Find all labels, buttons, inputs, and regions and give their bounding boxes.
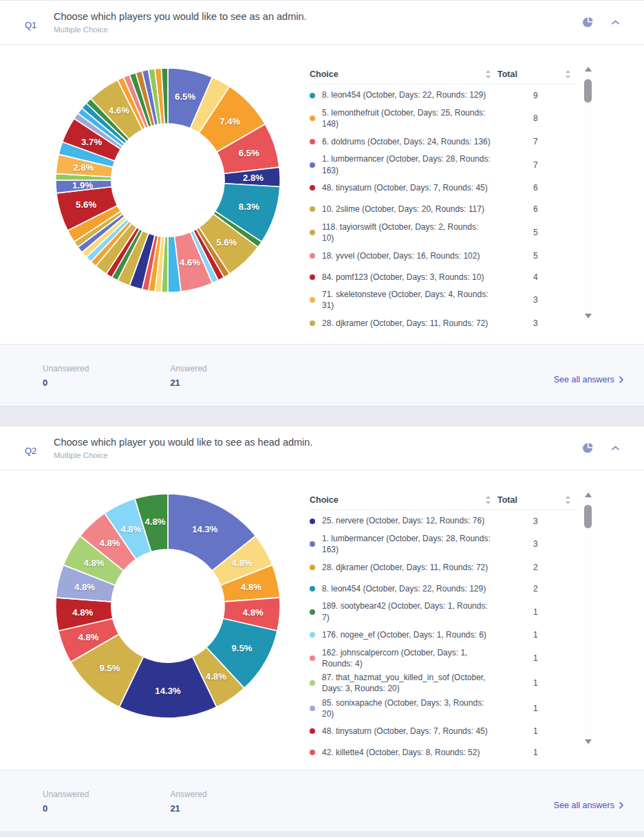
- total-value: 6: [497, 183, 577, 193]
- slice-percent-label: 4.8%: [145, 517, 166, 527]
- table-row: 1. lumbermancer (October, Days: 28, Roun…: [310, 532, 577, 556]
- choice-cell: 176. nogee_ef (October, Days: 1, Rounds:…: [310, 629, 497, 640]
- question-header-icons: [582, 17, 625, 28]
- table-row: 71. skeletonsteve (October, Days: 4, Rou…: [310, 287, 577, 312]
- chevron-right-icon: [619, 376, 623, 383]
- see-all-answers-link[interactable]: See all answers: [554, 375, 623, 384]
- total-value: 7: [497, 137, 577, 146]
- scroll-down-arrow[interactable]: [585, 739, 592, 744]
- collapse-chevron-up-icon[interactable]: [612, 20, 619, 25]
- table-row: 162. johnscalpercorn (October, Days: 1, …: [310, 646, 577, 671]
- answers-table-area: Choice Total 8. leon454 (October, Days: …: [310, 45, 644, 334]
- unanswered-value: 0: [43, 378, 89, 388]
- question-body: 14.3%4.8%4.8%4.8%9.5%4.8%14.3%9.5%4.8%4.…: [0, 470, 644, 770]
- choice-color-dot: [310, 116, 315, 121]
- see-all-answers-link[interactable]: See all answers: [554, 801, 623, 810]
- choice-cell: 6. doldrums (October, Days: 24, Rounds: …: [310, 136, 497, 147]
- slice-percent-label: 4.6%: [180, 257, 200, 268]
- table-row: 1. lumbermancer (October, Days: 28, Roun…: [310, 152, 577, 177]
- choice-label: 1. lumbermancer (October, Days: 28, Roun…: [322, 533, 492, 555]
- table-row: 48. tinysaturn (October, Days: 7, Rounds…: [310, 721, 577, 742]
- sort-total-icon[interactable]: [566, 70, 570, 78]
- slice-percent-label: 9.5%: [100, 663, 120, 673]
- total-value: 1: [497, 704, 577, 713]
- choice-color-dot: [310, 93, 315, 98]
- collapse-chevron-up-icon[interactable]: [612, 446, 619, 450]
- choice-color-dot: [310, 162, 315, 168]
- scroll-thumb[interactable]: [584, 505, 592, 528]
- total-header-label: Total: [497, 495, 517, 505]
- table-scrollbar[interactable]: [583, 64, 593, 321]
- choice-color-dot: [310, 565, 315, 570]
- question-title-wrap: Choose which player you would like to se…: [54, 437, 582, 459]
- choice-label: 48. tinysaturn (October, Days: 7, Rounds…: [322, 182, 488, 193]
- total-value: 4: [497, 272, 577, 282]
- choice-cell: 1. lumbermancer (October, Days: 28, Roun…: [310, 153, 497, 175]
- table-body: 8. leon454 (October, Days: 22, Rounds: 1…: [310, 85, 577, 334]
- scroll-down-arrow[interactable]: [585, 314, 592, 318]
- sort-choice-icon[interactable]: [486, 70, 491, 78]
- total-value: 5: [497, 251, 577, 261]
- choice-label: 48. tinysaturn (October, Days: 7, Rounds…: [322, 726, 488, 737]
- question-footer: Unanswered 0 Answered 21 See all answers: [0, 344, 644, 406]
- table-header-row: Choice Total: [310, 490, 577, 510]
- scroll-thumb[interactable]: [584, 79, 592, 102]
- pie-chart-icon[interactable]: [582, 17, 594, 28]
- donut-chart[interactable]: 6.5%7.4%6.5%2.8%8.3%5.6%4.6%5.6%1.9%2.8%…: [50, 63, 286, 298]
- slice-percent-label: 4.8%: [206, 671, 226, 682]
- choice-color-dot: [310, 586, 315, 591]
- total-value: 9: [497, 91, 577, 100]
- choice-color-dot: [310, 297, 315, 303]
- question-header: Q1 Choose which players you would like t…: [0, 1, 644, 45]
- choice-label: 18. yvvel (October, Days: 16, Rounds: 10…: [322, 250, 480, 261]
- choice-label: 189. sootybear42 (October, Days: 1, Roun…: [322, 600, 492, 622]
- question-title: Choose which players you would like to s…: [54, 11, 582, 22]
- choice-cell: 28. djkramer (October, Days: 11, Rounds:…: [310, 562, 497, 573]
- scroll-up-arrow[interactable]: [585, 67, 592, 72]
- question-header-icons: [582, 442, 625, 454]
- answered-value: 21: [170, 803, 206, 814]
- choice-label: 8. leon454 (October, Days: 22, Rounds: 1…: [322, 583, 486, 594]
- slice-percent-label: 4.8%: [243, 607, 264, 618]
- answered-stat: Answered 21: [170, 364, 206, 388]
- total-value: 3: [497, 517, 577, 526]
- table-row: 10. 2slime (October, Days: 20, Rounds: 1…: [310, 199, 577, 220]
- sort-choice-icon[interactable]: [486, 496, 491, 504]
- choice-color-dot: [310, 185, 315, 191]
- choice-color-dot: [310, 139, 315, 144]
- table-header-row: Choice Total: [310, 64, 577, 85]
- slice-percent-label: 9.5%: [231, 643, 252, 653]
- choice-color-dot: [310, 750, 315, 755]
- choice-header-label: Choice: [310, 69, 339, 79]
- question-header: Q2 Choose which player you would like to…: [0, 426, 644, 470]
- total-column-header: Total: [497, 69, 577, 79]
- sort-total-icon[interactable]: [566, 496, 570, 504]
- choice-cell: 1. lumbermancer (October, Days: 28, Roun…: [310, 533, 497, 555]
- table-row: 87. that_hazmat_you_killed_in_sof (Octob…: [310, 671, 577, 695]
- donut-chart-area: 14.3%4.8%4.8%4.8%9.5%4.8%14.3%9.5%4.8%4.…: [0, 470, 310, 724]
- choice-label: 28. djkramer (October, Days: 11, Rounds:…: [322, 318, 488, 329]
- answers-table: Choice Total 25. nervere (October, Days:…: [310, 490, 577, 763]
- choice-label: 5. lemonthefruit (October, Days: 25, Rou…: [322, 107, 492, 129]
- answered-label: Answered: [170, 790, 206, 799]
- donut-chart-area: 6.5%7.4%6.5%2.8%8.3%5.6%4.6%5.6%1.9%2.8%…: [0, 45, 310, 298]
- choice-cell: 18. yvvel (October, Days: 16, Rounds: 10…: [310, 250, 497, 261]
- slice-percent-label: 4.6%: [109, 105, 129, 116]
- scroll-up-arrow[interactable]: [585, 492, 592, 497]
- table-row: 18. yvvel (October, Days: 16, Rounds: 10…: [310, 245, 577, 266]
- total-header-label: Total: [497, 69, 517, 79]
- table-row: 25. nervere (October, Days: 12, Rounds: …: [310, 510, 577, 532]
- choice-label: 28. djkramer (October, Days: 11, Rounds:…: [322, 562, 488, 573]
- table-row: 85. sonixapache (October, Days: 3, Round…: [310, 696, 577, 721]
- total-value: 1: [497, 726, 577, 736]
- choice-cell: 84. pomf123 (October, Days: 3, Rounds: 1…: [310, 272, 497, 283]
- choice-cell: 5. lemonthefruit (October, Days: 25, Rou…: [310, 107, 497, 129]
- choice-color-dot: [310, 655, 315, 661]
- question-number: Q1: [25, 20, 54, 30]
- choice-label: 84. pomf123 (October, Days: 3, Rounds: 1…: [322, 272, 484, 283]
- table-scrollbar[interactable]: [583, 490, 593, 747]
- total-value: 1: [497, 653, 577, 663]
- donut-chart[interactable]: 14.3%4.8%4.8%4.8%9.5%4.8%14.3%9.5%4.8%4.…: [50, 488, 286, 724]
- slice-percent-label: 4.8%: [120, 524, 141, 534]
- pie-chart-icon[interactable]: [582, 442, 594, 454]
